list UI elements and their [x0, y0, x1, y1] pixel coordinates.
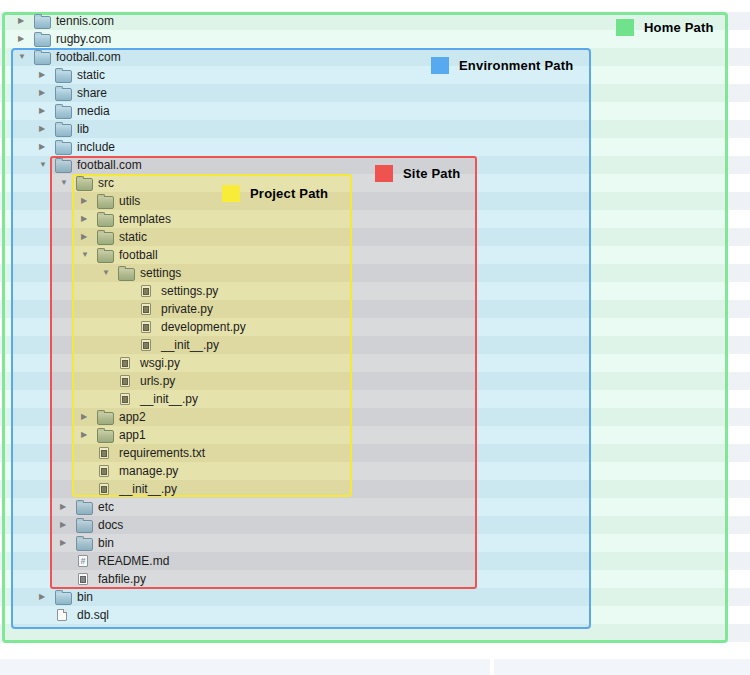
disclosure-collapsed-icon[interactable]: ▶: [60, 498, 66, 516]
tree-row[interactable]: wsgi.py: [0, 354, 750, 372]
tree-item-label: settings.py: [161, 282, 218, 300]
tree-row[interactable]: ▶app2: [0, 408, 750, 426]
tree-row[interactable]: ▶static: [0, 228, 750, 246]
disclosure-collapsed-icon[interactable]: ▶: [81, 426, 87, 444]
disclosure-collapsed-icon[interactable]: ▶: [39, 120, 45, 138]
document-file-icon: [141, 321, 151, 333]
tree-item-label: docs: [98, 516, 123, 534]
tree-row[interactable]: fabfile.py: [0, 570, 750, 588]
disclosure-collapsed-icon[interactable]: ▶: [39, 102, 45, 120]
tree-item-label: templates: [119, 210, 171, 228]
tree-row[interactable]: ▶media: [0, 102, 750, 120]
tree-item-label: db.sql: [77, 606, 109, 624]
tree-row[interactable]: #README.md: [0, 552, 750, 570]
tree-row[interactable]: ▶include: [0, 138, 750, 156]
disclosure-collapsed-icon[interactable]: ▶: [39, 84, 45, 102]
folder-icon: [55, 592, 72, 605]
disclosure-collapsed-icon[interactable]: ▶: [81, 228, 87, 246]
tree-item-label: private.py: [161, 300, 213, 318]
tree-item-label: bin: [77, 588, 93, 606]
tree-row[interactable]: ▶bin: [0, 534, 750, 552]
folder-icon: [97, 412, 114, 425]
project-path-label: Project Path: [250, 186, 328, 201]
tree-row[interactable]: ▶utils: [0, 192, 750, 210]
tree-row[interactable]: ▶share: [0, 84, 750, 102]
tree-row[interactable]: requirements.txt: [0, 444, 750, 462]
tree-item-label: settings: [140, 264, 181, 282]
disclosure-collapsed-icon[interactable]: ▶: [81, 192, 87, 210]
tree-item-label: __init__.py: [119, 480, 177, 498]
tree-item-label: README.md: [98, 552, 169, 570]
disclosure-expanded-icon[interactable]: ▼: [18, 48, 26, 66]
disclosure-collapsed-icon[interactable]: ▶: [39, 138, 45, 156]
tree-row[interactable]: ▶app1: [0, 426, 750, 444]
folder-icon: [76, 538, 93, 551]
tree-item-label: lib: [77, 120, 89, 138]
folder-icon: [118, 268, 135, 281]
document-file-icon: [141, 339, 151, 351]
disclosure-collapsed-icon[interactable]: ▶: [60, 534, 66, 552]
tree: ▶tennis.com▶rugby.com▼football.com▶stati…: [0, 0, 750, 650]
tree-row[interactable]: ▼football.com: [0, 48, 750, 66]
tree-item-label: static: [77, 66, 105, 84]
tree-row[interactable]: ▼football: [0, 246, 750, 264]
tree-row[interactable]: ▶templates: [0, 210, 750, 228]
site-path-label: Site Path: [403, 166, 460, 181]
folder-icon: [55, 142, 72, 155]
document-file-icon: [99, 465, 109, 477]
disclosure-collapsed-icon[interactable]: ▶: [18, 30, 24, 48]
folder-icon: [34, 16, 51, 29]
legend-project: Project Path: [222, 185, 328, 202]
home-path-label: Home Path: [644, 20, 714, 35]
file-tree-panel: ▶tennis.com▶rugby.com▼football.com▶stati…: [0, 0, 750, 675]
tree-item-label: src: [98, 174, 114, 192]
folder-icon: [76, 502, 93, 515]
legend-environment: Environment Path: [431, 57, 573, 74]
tree-row[interactable]: development.py: [0, 318, 750, 336]
tree-row[interactable]: private.py: [0, 300, 750, 318]
tree-row[interactable]: manage.py: [0, 462, 750, 480]
tree-row[interactable]: __init__.py: [0, 336, 750, 354]
tree-row[interactable]: ▼settings: [0, 264, 750, 282]
disclosure-expanded-icon[interactable]: ▼: [39, 156, 47, 174]
tree-item-label: development.py: [161, 318, 246, 336]
disclosure-expanded-icon[interactable]: ▼: [60, 174, 68, 192]
disclosure-collapsed-icon[interactable]: ▶: [39, 588, 45, 606]
environment-path-swatch: [431, 57, 449, 74]
folder-icon: [76, 520, 93, 533]
markdown-file-icon: #: [78, 555, 88, 567]
disclosure-collapsed-icon[interactable]: ▶: [39, 66, 45, 84]
tree-item-label: app1: [119, 426, 146, 444]
tree-row[interactable]: ▶etc: [0, 498, 750, 516]
tree-row[interactable]: __init__.py: [0, 480, 750, 498]
disclosure-collapsed-icon[interactable]: ▶: [18, 12, 24, 30]
tree-item-label: tennis.com: [56, 12, 114, 30]
disclosure-collapsed-icon[interactable]: ▶: [81, 210, 87, 228]
disclosure-expanded-icon[interactable]: ▼: [102, 264, 110, 282]
folder-icon: [97, 430, 114, 443]
disclosure-collapsed-icon[interactable]: ▶: [60, 516, 66, 534]
folder-icon: [97, 250, 114, 263]
tree-row[interactable]: ▶lib: [0, 120, 750, 138]
document-file-icon: [141, 285, 151, 297]
tree-row[interactable]: __init__.py: [0, 390, 750, 408]
tree-row[interactable]: ▶bin: [0, 588, 750, 606]
tree-row[interactable]: ▶docs: [0, 516, 750, 534]
document-file-icon: [141, 303, 151, 315]
tree-item-label: app2: [119, 408, 146, 426]
disclosure-expanded-icon[interactable]: ▼: [81, 246, 89, 264]
tree-row[interactable]: ▶static: [0, 66, 750, 84]
document-file-icon: [120, 375, 130, 387]
tree-item-label: manage.py: [119, 462, 178, 480]
disclosure-collapsed-icon[interactable]: ▶: [81, 408, 87, 426]
folder-icon: [34, 52, 51, 65]
tree-row[interactable]: urls.py: [0, 372, 750, 390]
tree-item-label: __init__.py: [161, 336, 219, 354]
project-path-swatch: [222, 185, 240, 202]
tree-item-label: wsgi.py: [140, 354, 180, 372]
tree-row[interactable]: settings.py: [0, 282, 750, 300]
tree-row[interactable]: db.sql: [0, 606, 750, 624]
folder-icon: [55, 124, 72, 137]
folder-icon: [76, 178, 93, 191]
tree-item-label: bin: [98, 534, 114, 552]
